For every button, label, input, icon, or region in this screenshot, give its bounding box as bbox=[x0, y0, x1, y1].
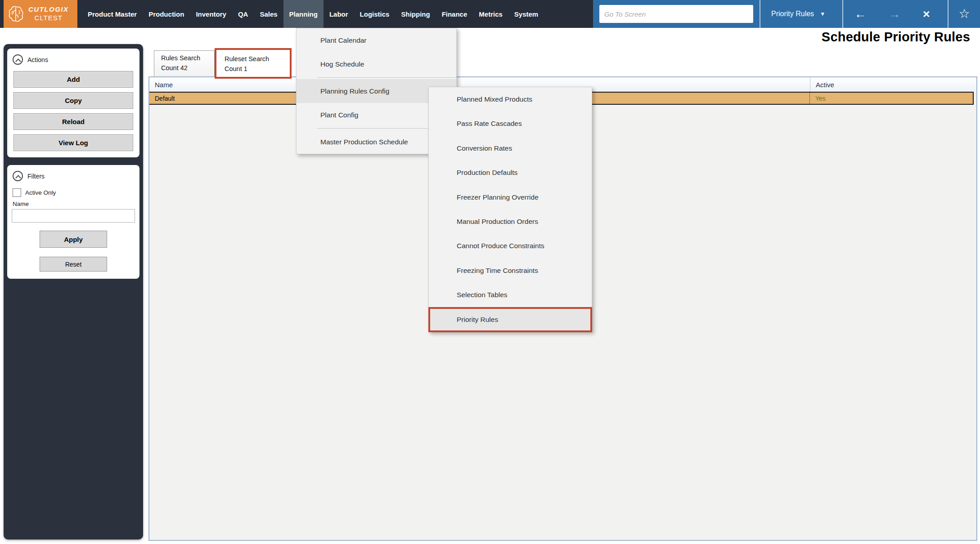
menu-item-label: Plant Config bbox=[320, 111, 358, 119]
tab-rules-search-line2: Count 42 bbox=[161, 63, 214, 73]
toolbar-divider bbox=[842, 0, 843, 28]
menu-separator bbox=[317, 77, 456, 78]
submenu-item-freezer-planning-override[interactable]: Freezer Planning Override bbox=[429, 185, 592, 210]
name-filter-label: Name bbox=[7, 197, 139, 209]
nav-item-production[interactable]: Production bbox=[143, 0, 190, 28]
nav-item-planning[interactable]: Planning bbox=[283, 0, 324, 28]
tab-rules-search[interactable]: Rules Search Count 42 bbox=[154, 50, 215, 76]
collapse-chevron-up-icon[interactable] bbox=[13, 171, 23, 181]
add-button[interactable]: Add bbox=[13, 71, 133, 88]
active-only-checkbox[interactable] bbox=[13, 188, 21, 197]
submenu-item-pass-rate-cascades[interactable]: Pass Rate Cascades bbox=[429, 111, 592, 136]
filters-panel-title: Filters bbox=[27, 173, 45, 180]
tab-ruleset-search[interactable]: Ruleset Search Count 1 bbox=[215, 48, 292, 79]
app-logo: CUTLOGIX CLTEST bbox=[4, 0, 77, 28]
toolbar-divider bbox=[948, 0, 949, 28]
nav-item-shipping[interactable]: Shipping bbox=[395, 0, 436, 28]
tab-ruleset-search-line2: Count 1 bbox=[225, 64, 290, 74]
apply-button[interactable]: Apply bbox=[40, 231, 107, 248]
brain-logo-icon bbox=[7, 5, 24, 23]
back-arrow-icon[interactable]: ← bbox=[854, 8, 866, 20]
nav-item-logistics[interactable]: Logistics bbox=[354, 0, 396, 28]
nav-toolbar: Priority Rules ▼ ← → ✕ ☆ bbox=[593, 0, 980, 28]
cell-active: Yes bbox=[809, 93, 973, 104]
top-nav-bar: CUTLOGIX CLTEST Product Master Productio… bbox=[0, 0, 980, 28]
nav-item-qa[interactable]: QA bbox=[232, 0, 254, 28]
close-icon[interactable]: ✕ bbox=[922, 9, 931, 19]
actions-panel-title: Actions bbox=[27, 56, 48, 63]
nav-item-system[interactable]: System bbox=[508, 0, 544, 28]
view-log-button[interactable]: View Log bbox=[13, 134, 133, 151]
filters-panel: Filters Active Only Name Apply Reset bbox=[7, 165, 139, 279]
submenu-item-planned-mixed-products[interactable]: Planned Mixed Products bbox=[429, 87, 592, 111]
favorite-box: ☆ bbox=[949, 8, 980, 20]
menu-item-label: Planning Rules Config bbox=[320, 87, 389, 95]
reset-button[interactable]: Reset bbox=[40, 257, 107, 272]
tab-ruleset-search-line1: Ruleset Search bbox=[225, 54, 290, 64]
sidebar: Actions Add Copy Reload View Log Filters… bbox=[4, 44, 143, 540]
nav-item-metrics[interactable]: Metrics bbox=[473, 0, 508, 28]
nav-item-product-master[interactable]: Product Master bbox=[82, 0, 143, 28]
submenu-item-cannot-produce-constraints[interactable]: Cannot Produce Constraints bbox=[429, 234, 592, 258]
reload-button[interactable]: Reload bbox=[13, 113, 133, 130]
submenu-item-priority-rules[interactable]: Priority Rules bbox=[429, 308, 592, 332]
screen-selector-dropdown[interactable]: Priority Rules ▼ bbox=[760, 10, 836, 18]
screen-selector-value: Priority Rules bbox=[771, 10, 814, 18]
column-header-active[interactable]: Active bbox=[810, 77, 976, 92]
nav-item-inventory[interactable]: Inventory bbox=[190, 0, 232, 28]
menu-item-hog-schedule[interactable]: Hog Schedule bbox=[297, 52, 456, 76]
copy-button[interactable]: Copy bbox=[13, 92, 133, 109]
chevron-down-icon: ▼ bbox=[820, 11, 825, 17]
brand-name: CUTLOGIX bbox=[28, 5, 69, 14]
tab-rules-search-line1: Rules Search bbox=[161, 54, 214, 63]
environment-name: CLTEST bbox=[35, 14, 63, 22]
submenu-item-production-defaults[interactable]: Production Defaults bbox=[429, 161, 592, 185]
actions-panel: Actions Add Copy Reload View Log bbox=[7, 49, 139, 157]
name-filter-input[interactable] bbox=[12, 209, 135, 223]
nav-history-tools: ← → ✕ bbox=[843, 8, 941, 20]
submenu-item-freezing-time-constraints[interactable]: Freezing Time Constraints bbox=[429, 259, 592, 283]
menu-item-plant-calendar[interactable]: Plant Calendar bbox=[297, 28, 456, 52]
planning-rules-config-submenu: Planned Mixed Products Pass Rate Cascade… bbox=[428, 87, 592, 332]
forward-arrow-icon[interactable]: → bbox=[888, 8, 900, 20]
go-to-screen-input[interactable] bbox=[599, 5, 753, 23]
submenu-item-selection-tables[interactable]: Selection Tables bbox=[429, 283, 592, 307]
active-only-label: Active Only bbox=[25, 189, 56, 196]
submenu-item-conversion-rates[interactable]: Conversion Rates bbox=[429, 136, 592, 161]
page-title: Schedule Priority Rules bbox=[822, 30, 970, 45]
nav-menu: Product Master Production Inventory QA S… bbox=[82, 0, 544, 28]
favorite-star-icon[interactable]: ☆ bbox=[958, 8, 970, 20]
toolbar-divider bbox=[760, 0, 760, 28]
submenu-item-manual-production-orders[interactable]: Manual Production Orders bbox=[429, 210, 592, 234]
nav-item-labor[interactable]: Labor bbox=[324, 0, 354, 28]
nav-item-finance[interactable]: Finance bbox=[436, 0, 473, 28]
nav-item-sales[interactable]: Sales bbox=[254, 0, 283, 28]
collapse-chevron-up-icon[interactable] bbox=[13, 54, 23, 65]
